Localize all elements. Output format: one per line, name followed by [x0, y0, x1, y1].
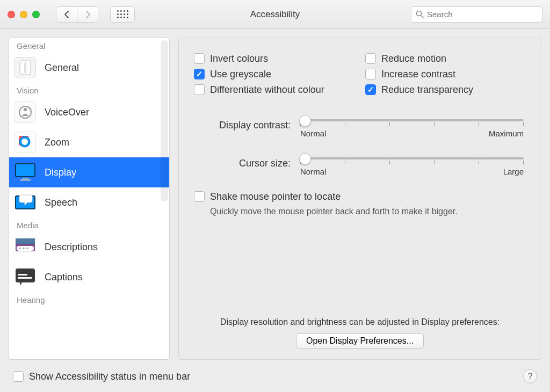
- nav-buttons: [56, 6, 98, 23]
- chevron-left-icon: [64, 10, 70, 19]
- grid-icon: [117, 10, 128, 18]
- shake-mouse-checkbox[interactable]: Shake mouse pointer to locate: [194, 191, 526, 202]
- search-input[interactable]: [427, 10, 538, 19]
- slider-ticks: [300, 161, 524, 164]
- sidebar-item-label: VoiceOver: [45, 107, 89, 118]
- checkbox-label: Reduce transparency: [381, 84, 473, 96]
- slider-thumb[interactable]: [299, 153, 311, 165]
- sidebar-item-zoom[interactable]: Zoom: [9, 127, 169, 157]
- sidebar-item-voiceover[interactable]: VoiceOver: [9, 97, 169, 127]
- slider-max-label: Large: [503, 167, 524, 176]
- reduce-motion-checkbox[interactable]: Reduce motion: [365, 53, 526, 64]
- general-icon: [15, 57, 36, 78]
- chevron-right-icon: [85, 10, 91, 19]
- svg-point-16: [19, 248, 21, 250]
- search-field[interactable]: [411, 6, 542, 23]
- svg-point-5: [24, 108, 27, 111]
- svg-line-1: [421, 16, 423, 18]
- increase-contrast-checkbox[interactable]: Increase contrast: [365, 69, 526, 80]
- cursor-size-label: Cursor size:: [194, 158, 291, 169]
- checkbox-label: Invert colours: [210, 53, 268, 64]
- window-controls: [8, 11, 40, 18]
- svg-rect-21: [18, 277, 32, 279]
- cursor-size-group: Cursor size: Normal Large: [194, 151, 526, 176]
- display-contrast-label: Display contrast:: [194, 120, 291, 131]
- sidebar-item-label: General: [45, 62, 79, 74]
- sidebar-item-label: Descriptions: [45, 242, 98, 253]
- display-contrast-group: Display contrast: Normal Maximum: [194, 113, 526, 138]
- slider-max-label: Maximum: [489, 129, 524, 138]
- checkbox-icon: [194, 191, 205, 202]
- minimize-window-button[interactable]: [20, 11, 27, 18]
- checkbox-label: Increase contrast: [381, 69, 455, 80]
- slider-scale: Normal Large: [298, 167, 526, 176]
- content-area: General General Vision VoiceOver: [0, 29, 550, 368]
- sidebar-item-captions[interactable]: Captions: [9, 262, 169, 292]
- descriptions-icon: [15, 236, 36, 258]
- section-hearing-header: Hearing: [9, 292, 169, 307]
- display-icon: [15, 162, 36, 183]
- checkbox-icon: [194, 53, 205, 64]
- checkbox-label: Use greyscale: [210, 69, 271, 80]
- svg-point-8: [21, 139, 28, 145]
- captions-icon: [15, 266, 36, 288]
- bottom-bar: Show Accessibility status in menu bar ?: [0, 368, 550, 392]
- speech-icon: [15, 192, 36, 213]
- checkbox-icon: [365, 84, 376, 95]
- slider-track: [300, 119, 524, 121]
- display-panel: Invert colours Use greyscale Differentia…: [178, 38, 541, 360]
- display-preferences-note: Display resolution and brightness can be…: [194, 317, 526, 327]
- sidebar-item-descriptions[interactable]: Descriptions: [9, 232, 169, 262]
- sidebar-item-label: Zoom: [45, 137, 69, 148]
- sidebar-scrollbar[interactable]: [161, 40, 168, 201]
- sidebar-item-label: Speech: [45, 197, 77, 208]
- sidebar-item-label: Display: [45, 167, 76, 178]
- checkbox-icon: [365, 53, 376, 64]
- slider-scale: Normal Maximum: [298, 129, 526, 138]
- help-icon: ?: [528, 372, 533, 381]
- slider-min-label: Normal: [300, 129, 326, 138]
- invert-colours-checkbox[interactable]: Invert colours: [194, 53, 354, 64]
- back-button[interactable]: [56, 6, 77, 23]
- reduce-transparency-checkbox[interactable]: Reduce transparency: [365, 84, 526, 96]
- slider-ticks: [300, 122, 524, 126]
- open-display-preferences-button[interactable]: Open Display Preferences...: [296, 333, 424, 349]
- titlebar: Accessibility: [0, 0, 550, 29]
- section-general-header: General: [9, 38, 169, 53]
- show-accessibility-status-checkbox[interactable]: Show Accessibility status in menu bar: [13, 371, 190, 382]
- differentiate-without-colour-checkbox[interactable]: Differentiate without colour: [194, 84, 354, 96]
- show-all-button[interactable]: [110, 6, 135, 23]
- help-button[interactable]: ?: [523, 369, 537, 383]
- svg-rect-3: [24, 62, 26, 73]
- svg-rect-20: [18, 274, 27, 275]
- sidebar-item-speech[interactable]: Speech: [9, 187, 169, 217]
- zoom-icon: [15, 132, 36, 153]
- checkbox-icon: [365, 69, 376, 79]
- checkbox-label: Show Accessibility status in menu bar: [29, 371, 190, 382]
- slider-track: [300, 157, 524, 159]
- use-greyscale-checkbox[interactable]: Use greyscale: [194, 69, 354, 80]
- cursor-size-slider[interactable]: [298, 151, 526, 166]
- forward-button[interactable]: [77, 6, 98, 23]
- checkbox-icon: [194, 84, 205, 95]
- svg-point-18: [26, 248, 28, 250]
- close-window-button[interactable]: [8, 11, 15, 18]
- slider-min-label: Normal: [300, 167, 326, 176]
- svg-rect-14: [16, 238, 35, 244]
- sidebar: General General Vision VoiceOver: [9, 38, 170, 360]
- checkbox-label: Reduce motion: [381, 53, 446, 64]
- section-vision-header: Vision: [9, 83, 169, 97]
- sidebar-item-display[interactable]: Display: [9, 157, 169, 187]
- sidebar-list[interactable]: General General Vision VoiceOver: [9, 38, 169, 359]
- shake-mouse-note: Quickly move the mouse pointer back and …: [210, 207, 526, 216]
- section-media-header: Media: [9, 217, 169, 232]
- search-icon: [416, 10, 424, 18]
- display-contrast-slider[interactable]: [298, 113, 526, 128]
- svg-point-17: [23, 248, 25, 250]
- zoom-window-button[interactable]: [32, 11, 40, 18]
- svg-point-0: [417, 11, 422, 16]
- svg-rect-9: [16, 164, 35, 177]
- checkbox-label: Differentiate without colour: [210, 84, 324, 96]
- slider-thumb[interactable]: [299, 115, 311, 127]
- sidebar-item-general[interactable]: General: [9, 53, 169, 83]
